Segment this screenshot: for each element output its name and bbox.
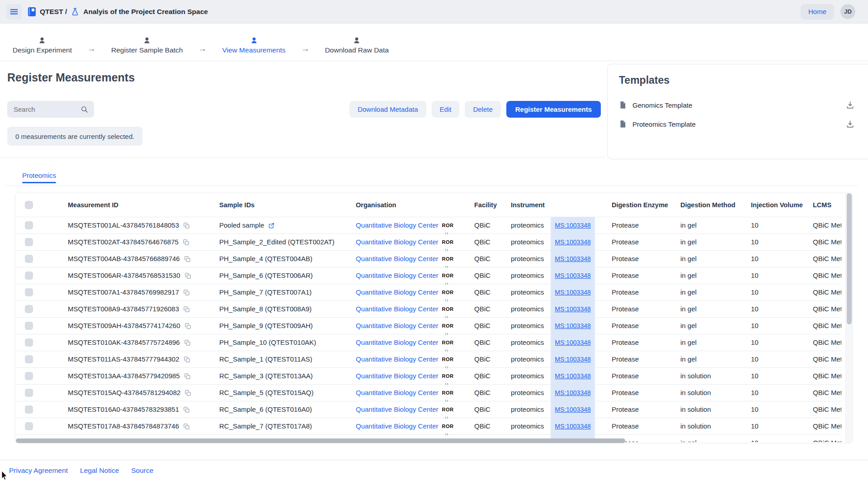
organisation-link[interactable]: Quantitative Biology Center <box>356 318 439 334</box>
instrument-ontology-link[interactable]: MS:1003348 <box>551 217 594 235</box>
instrument-ontology-link[interactable]: MS:1003348 <box>551 417 594 436</box>
measurement-id: MSQTEST011AS-437845777944302 <box>68 351 179 367</box>
copy-icon[interactable] <box>184 256 191 262</box>
copy-icon[interactable] <box>184 356 190 363</box>
lcms-cell: QBiC Meth <box>813 351 841 367</box>
instrument-ontology-link[interactable]: MS:1003348 <box>551 233 594 252</box>
menu-button[interactable] <box>6 4 22 19</box>
download-template-button[interactable] <box>846 120 854 129</box>
select-all-checkbox[interactable] <box>25 201 33 209</box>
copy-icon[interactable] <box>183 406 190 413</box>
instrument-ontology-link[interactable]: MS:1003348 <box>551 249 594 268</box>
copy-icon[interactable] <box>183 289 190 296</box>
column-header[interactable]: Digestion Method <box>680 193 736 217</box>
home-button[interactable]: Home <box>801 4 834 19</box>
experiment-title[interactable]: Analyis of the Project Creation Space <box>83 8 208 16</box>
row-checkbox[interactable] <box>25 288 33 296</box>
column-header[interactable]: Instrument <box>511 193 545 217</box>
instrument-ontology-link[interactable]: MS:1003348 <box>551 400 594 419</box>
row-checkbox[interactable] <box>25 221 33 229</box>
organisation-link[interactable]: Quantitative Biology Center <box>356 301 439 317</box>
row-checkbox[interactable] <box>25 322 33 330</box>
column-header[interactable]: Sample IDs <box>219 193 255 217</box>
measurement-id: MSQTEST007A1-437845769982917 <box>68 284 179 300</box>
instrument-ontology-link[interactable]: MS:1003348 <box>551 333 594 352</box>
copy-icon[interactable] <box>183 222 190 229</box>
copy-icon[interactable] <box>183 423 190 430</box>
row-checkbox[interactable] <box>25 372 33 380</box>
organisation-link[interactable]: Quantitative Biology Center <box>356 217 439 233</box>
copy-icon[interactable] <box>184 339 191 346</box>
lcms-cell: QBiC Meth <box>813 334 841 351</box>
column-header[interactable]: Facility <box>474 193 497 217</box>
organisation-link[interactable]: Quantitative Biology Center <box>356 234 439 250</box>
row-checkbox[interactable] <box>25 271 33 280</box>
instrument-ontology-link[interactable]: MS:1003348 <box>551 300 594 319</box>
external-link-icon[interactable] <box>268 222 275 229</box>
organisation-link[interactable]: Quantitative Biology Center <box>356 401 439 418</box>
search-input[interactable] <box>13 105 80 114</box>
vertical-scrollbar[interactable] <box>845 193 852 443</box>
legal-notice-link[interactable]: Legal Notice <box>80 467 119 475</box>
column-header[interactable]: Measurement ID <box>68 193 118 217</box>
tab-proteomics[interactable]: Proteomics <box>18 168 60 182</box>
ror-icon: ROR <box>442 385 454 401</box>
instrument-type: proteomics <box>511 368 544 384</box>
download-metadata-button[interactable]: Download Metadata <box>349 101 426 118</box>
measurement-id: MSQTEST015AQ-437845781294082 <box>68 385 180 401</box>
row-checkbox[interactable] <box>25 255 33 263</box>
privacy-agreement-link[interactable]: Privacy Agreement <box>9 467 68 475</box>
copy-icon[interactable] <box>183 306 190 313</box>
register-measurements-button[interactable]: Register Measurements <box>506 101 601 118</box>
row-checkbox[interactable] <box>25 405 33 414</box>
instrument-ontology-link[interactable]: MS:1003348 <box>551 367 594 386</box>
column-header[interactable]: LCMS <box>813 193 831 217</box>
source-link[interactable]: Source <box>131 467 153 475</box>
instrument-ontology-link[interactable]: MS:1003348 <box>551 266 594 285</box>
sample-id: RC_Sample_5 (QTEST015AQ) <box>219 385 313 401</box>
project-code[interactable]: QTEST / <box>40 8 67 16</box>
organisation-link[interactable]: Quantitative Biology Center <box>356 418 439 434</box>
row-checkbox[interactable] <box>25 389 33 397</box>
instrument-ontology-link[interactable]: MS:1003348 <box>551 350 594 369</box>
search-icon[interactable] <box>80 105 89 114</box>
ror-icon: ROR <box>442 251 454 267</box>
organisation-link[interactable]: Quantitative Biology Center <box>356 368 439 384</box>
download-template-button[interactable] <box>846 101 854 110</box>
avatar[interactable]: JD <box>840 4 855 19</box>
copy-icon[interactable] <box>184 272 191 279</box>
copy-icon[interactable] <box>184 323 191 329</box>
organisation-link[interactable]: Quantitative Biology Center <box>356 351 439 367</box>
row-checkbox[interactable] <box>25 238 33 246</box>
row-checkbox[interactable] <box>25 422 33 430</box>
step-design-experiment[interactable]: Design Experiment <box>13 37 72 54</box>
column-header[interactable]: Injection Volume <box>751 193 803 217</box>
organisation-link[interactable]: Quantitative Biology Center <box>356 385 439 401</box>
copy-icon[interactable] <box>183 239 189 246</box>
vertical-scrollbar-thumb[interactable] <box>847 193 852 324</box>
instrument-ontology-link[interactable]: MS:1003348 <box>551 316 594 335</box>
instrument-ontology-link[interactable]: MS:1003348 <box>551 383 594 402</box>
instrument-ontology-link[interactable]: MS:1003348 <box>551 283 594 302</box>
row-checkbox[interactable] <box>25 305 33 313</box>
step-view-measurements[interactable]: View Measurements <box>222 37 285 54</box>
horizontal-scrollbar[interactable] <box>16 438 625 443</box>
column-header[interactable]: Organisation <box>356 193 396 217</box>
step-register-sample-batch[interactable]: Register Sample Batch <box>111 37 183 54</box>
facility-cell: QBiC <box>474 234 491 250</box>
organisation-link[interactable]: Quantitative Biology Center <box>356 334 439 351</box>
copy-icon[interactable] <box>184 373 191 380</box>
organisation-link[interactable]: Quantitative Biology Center <box>356 251 439 267</box>
copy-icon[interactable] <box>184 390 191 396</box>
step-download-raw-data[interactable]: Download Raw Data <box>325 37 389 54</box>
ror-icon: ROR <box>442 318 454 334</box>
row-checkbox[interactable] <box>25 355 33 363</box>
lcms-cell: QBiC Meth <box>813 401 841 418</box>
lcms-cell: QBiC Meth <box>813 385 841 401</box>
organisation-link[interactable]: Quantitative Biology Center <box>356 267 439 284</box>
delete-button[interactable]: Delete <box>465 101 500 118</box>
column-header[interactable]: Digestion Enzyme <box>612 193 668 217</box>
row-checkbox[interactable] <box>25 338 33 347</box>
organisation-link[interactable]: Quantitative Biology Center <box>356 284 439 300</box>
edit-button[interactable]: Edit <box>432 101 460 118</box>
